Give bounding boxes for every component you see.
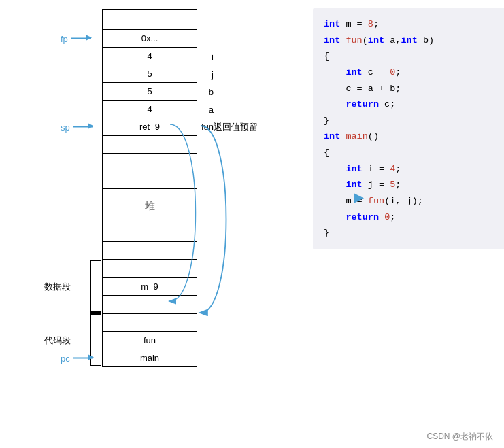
num-8: 8	[368, 16, 373, 33]
j-label: j	[212, 69, 214, 79]
code-line-8: int main()	[324, 128, 504, 145]
fun-value: fun	[144, 335, 156, 345]
data-segment: 数据段 m=9	[102, 260, 292, 313]
fp-value: 0x...	[141, 33, 158, 44]
heap-label: 堆	[145, 200, 155, 211]
i-value: 4	[147, 51, 152, 61]
sp-pointer: sp	[61, 122, 93, 132]
table-row-data-empty2	[103, 296, 197, 313]
code-line-2: int fun(int a,int b)	[324, 33, 504, 49]
a-label: a	[209, 104, 214, 114]
code-line-4: int c = 0;	[324, 65, 504, 81]
table-row-empty3	[103, 171, 197, 189]
code-line-14: }	[324, 225, 504, 241]
table-row-data-empty1	[103, 260, 197, 278]
b-label: b	[209, 86, 214, 97]
table-row-a: 4 a	[103, 101, 197, 118]
fp-arrow	[71, 38, 91, 39]
code-display: int m = 8; int fun(int a,int b) { int c …	[313, 8, 504, 249]
table-row-fp: 0x... fp	[103, 30, 197, 48]
table-row-j: 5 j	[103, 65, 197, 83]
table-row-empty4	[103, 224, 197, 242]
j-value: 5	[147, 69, 152, 79]
kw-int-1: int	[324, 16, 340, 33]
code-table: fun main pc	[102, 313, 197, 367]
code-line-6: return c;	[324, 97, 504, 113]
code-line-10: int i = 4;	[324, 161, 504, 177]
fn-fun: fun	[346, 33, 362, 49]
blue-arrow-icon	[354, 194, 364, 203]
a-value: 4	[147, 104, 152, 114]
b-value: 5	[147, 86, 152, 97]
table-row-b: 5 b	[103, 83, 197, 101]
code-line-12: m = fun(i, j);	[324, 193, 504, 209]
watermark: CSDN @老衲不依	[426, 431, 493, 443]
table-row-empty5	[103, 242, 197, 260]
table-row-m: m=9	[103, 278, 197, 296]
table-row-i: 4 i	[103, 48, 197, 65]
ret-label: fun返回值预留	[201, 121, 258, 133]
table-row-empty1	[103, 136, 197, 154]
data-segment-brace	[90, 260, 101, 313]
table-row-ret: ret=9 fun返回值预留 sp	[103, 118, 197, 136]
sp-arrow	[73, 126, 93, 128]
table-row-empty2	[103, 154, 197, 171]
code-line-9: {	[324, 145, 504, 161]
pc-pointer: pc	[61, 353, 93, 363]
main-value: main	[140, 353, 159, 363]
table-row-main: main pc	[103, 349, 197, 367]
code-line-13: return 0;	[324, 209, 504, 226]
code-segment-label: 代码段	[44, 334, 71, 347]
table-row-fun: fun	[103, 332, 197, 349]
code-segment: 代码段 fun main pc	[102, 313, 292, 367]
code-line-5: c = a + b;	[324, 81, 504, 97]
data-table: m=9	[102, 260, 197, 313]
code-line-1: int m = 8;	[324, 16, 504, 33]
fp-pointer: fp	[61, 33, 91, 44]
data-segment-label: 数据段	[44, 281, 71, 293]
table-row-heap: 堆	[103, 189, 197, 224]
code-line-7: }	[324, 113, 504, 129]
table-row	[103, 10, 197, 30]
kw-int-2: int	[324, 33, 340, 49]
pc-arrow	[73, 358, 93, 359]
ret-value: ret=9	[139, 122, 160, 132]
code-line-3: {	[324, 48, 504, 65]
m-value: m=9	[141, 281, 158, 292]
memory-diagram: 0x... fp 4 i	[14, 5, 245, 364]
memory-table: 0x... fp 4 i	[102, 9, 197, 260]
i-label: i	[212, 51, 214, 61]
table-row-code-empty	[103, 314, 197, 332]
code-text-1: m =	[340, 16, 368, 33]
